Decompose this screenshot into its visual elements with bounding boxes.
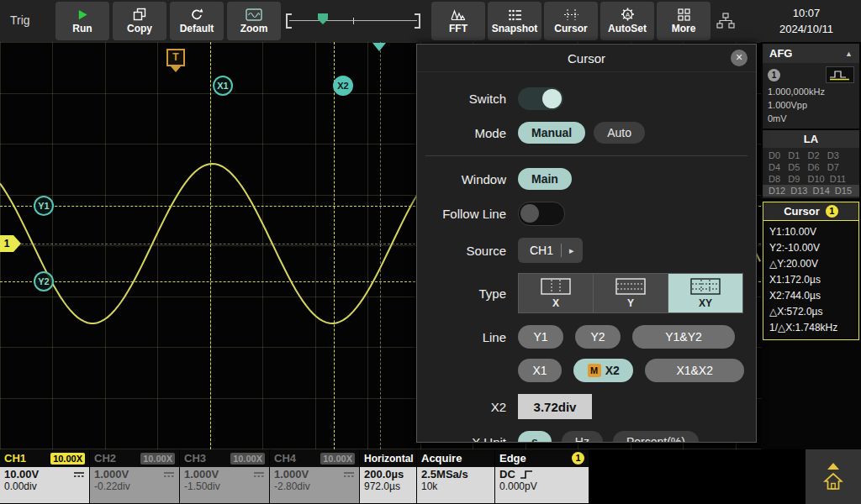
readout-x1: X1:172.0µs: [769, 272, 853, 288]
x-unit-percent-button[interactable]: Percent(%): [613, 431, 699, 443]
ch3-box[interactable]: CH3 10.00X 1.000V -1.50div: [180, 449, 269, 503]
cursor-dialog: Cursor × Switch Mode Manual Auto Window …: [416, 44, 757, 443]
cursor-x1-line[interactable]: [210, 42, 211, 449]
type-x-button[interactable]: X: [519, 274, 593, 312]
type-label: Type: [417, 286, 518, 301]
more-button[interactable]: More: [657, 2, 710, 40]
trigger-tag-letter: T: [172, 51, 178, 63]
cursor-readout-header[interactable]: Cursor 1: [763, 202, 858, 221]
autoset-gear-icon: A: [621, 8, 635, 21]
cursor-x1-handle[interactable]: X1: [213, 76, 233, 96]
ch1-position: 0.00div: [4, 480, 85, 492]
cursor-type-group: X Y XY: [518, 273, 743, 313]
ch4-header: CH4 10.00X: [270, 449, 359, 467]
cursor-x2-handle[interactable]: X2: [333, 76, 353, 96]
readout-delta-y: △Y:20.00V: [769, 256, 853, 272]
run-button[interactable]: Run: [55, 2, 109, 40]
window-main-button[interactable]: Main: [518, 168, 572, 190]
x2-handle-label: X2: [337, 81, 348, 91]
horizontal-box[interactable]: Horizontal 200.0µs 972.0µs: [360, 449, 416, 503]
ch2-box[interactable]: CH2 10.00X 1.000V -0.22div: [90, 449, 179, 503]
trigger-type: Edge: [499, 452, 526, 465]
mode-manual-button[interactable]: Manual: [518, 122, 585, 144]
x2-value-input[interactable]: 3.72div: [518, 394, 592, 419]
trigger-position-marker[interactable]: [318, 13, 328, 19]
line-y1y2-button[interactable]: Y1&Y2: [632, 325, 735, 349]
clock-date: 2024/10/11: [757, 21, 856, 37]
afg-amplitude: 1.000Vpp: [768, 98, 854, 112]
cursor-dialog-titlebar: Cursor ×: [417, 45, 756, 72]
x2-value-label: X2: [417, 400, 518, 414]
readout-y2: Y2:-10.00V: [769, 240, 853, 256]
cursor-y2-handle[interactable]: Y2: [34, 271, 54, 291]
source-select[interactable]: CH1 ▸: [518, 238, 583, 263]
copy-button[interactable]: Copy: [113, 2, 166, 40]
afg-header[interactable]: AFG ▲: [763, 44, 859, 63]
line-x2-button[interactable]: M X2: [573, 359, 633, 382]
ch1-name: CH1: [4, 452, 26, 465]
la-panel[interactable]: LA D0 D1 D2 D3 D4 D5 D6 D7 D8 D9 D10 D11…: [763, 130, 859, 198]
line-x1x2-button[interactable]: X1&X2: [645, 359, 744, 382]
trigger-header: Edge 1: [495, 449, 589, 467]
ch3-dc-coupling-icon: [253, 470, 265, 479]
copy-label: Copy: [127, 23, 152, 34]
default-button[interactable]: Default: [170, 2, 224, 40]
type-xy-button[interactable]: XY: [668, 274, 742, 312]
acquire-box[interactable]: Acquire 2.5MSa/s 10k: [417, 449, 494, 503]
trigger-box[interactable]: Edge 1 DC 0.000pV: [495, 449, 589, 503]
source-divider: [561, 244, 562, 257]
reset-arrow-icon: [190, 8, 203, 21]
switch-row: Switch: [417, 87, 756, 110]
readout-x2: X2:744.0µs: [769, 288, 853, 304]
type-y-button[interactable]: Y: [594, 274, 668, 312]
afg-panel[interactable]: AFG ▲ 1 1.000,000kHz 1.000Vpp 0mV: [763, 44, 859, 129]
afg-collapse-icon[interactable]: ▲: [845, 50, 853, 58]
trigger-marker-tag[interactable]: T: [166, 49, 185, 66]
line-y2-button[interactable]: Y2: [575, 325, 621, 349]
snapshot-button[interactable]: Snapshot: [488, 2, 541, 40]
mode-auto-button[interactable]: Auto: [594, 122, 645, 144]
chevron-up-icon: [827, 463, 839, 470]
ch1-ground-marker[interactable]: 1: [0, 235, 13, 252]
source-value: CH1: [530, 244, 553, 257]
type-y-label: Y: [627, 297, 634, 309]
la-row-d0-d3: D0 D1 D2 D3: [763, 150, 859, 161]
close-icon[interactable]: ×: [731, 50, 747, 66]
afg-frequency: 1.000,000kHz: [768, 85, 854, 98]
autoset-button[interactable]: A AutoSet: [600, 2, 654, 40]
x-unit-s-button[interactable]: s: [518, 431, 552, 443]
ch3-name: CH3: [184, 452, 206, 465]
la-header[interactable]: LA: [763, 130, 859, 148]
copy-icon: [133, 8, 146, 21]
more-label: More: [672, 23, 696, 34]
trigger-source-badge: 1: [572, 452, 584, 465]
cursor-readout-panel[interactable]: Cursor 1 Y1:10.00V Y2:-10.00V △Y:20.00V …: [763, 202, 859, 340]
cursor-x2-line[interactable]: [334, 42, 335, 449]
network-topology-icon[interactable]: [716, 13, 735, 29]
oscilloscope-screen: Trig Run Copy Default Zoom FFT: [0, 0, 861, 504]
cursor-y1-handle[interactable]: Y1: [34, 196, 54, 216]
line-row-1: Line Y1 Y2 Y1&Y2: [417, 325, 756, 349]
y2-handle-label: Y2: [38, 276, 49, 286]
mode-label: Mode: [417, 126, 518, 140]
ch1-header: CH1 10.00X: [0, 449, 89, 467]
rising-edge-icon: [520, 470, 533, 480]
ch1-body: 10.00V 0.00div: [0, 467, 89, 503]
home-button[interactable]: [806, 449, 861, 504]
cursor-button[interactable]: Cursor: [544, 2, 598, 40]
type-y-icon: [615, 278, 646, 295]
line-x1-button[interactable]: X1: [518, 359, 562, 382]
x-unit-hz-button[interactable]: Hz: [562, 431, 603, 443]
ch1-box[interactable]: CH1 10.00X 10.00V 0.00div: [0, 449, 89, 503]
dialog-separator: [425, 155, 747, 156]
trigger-time-marker[interactable]: [372, 43, 386, 51]
line-y1-button[interactable]: Y1: [518, 325, 563, 349]
fft-button[interactable]: FFT: [431, 2, 485, 40]
ch4-box[interactable]: CH4 10.00X 1.000V -2.80div: [270, 449, 359, 503]
cursor-switch-toggle[interactable]: [518, 87, 563, 110]
horizontal-position-ruler[interactable]: [286, 11, 420, 31]
x1-handle-label: X1: [217, 81, 228, 91]
follow-line-toggle[interactable]: [518, 202, 565, 226]
mode-row: Mode Manual Auto: [417, 122, 756, 144]
zoom-button[interactable]: Zoom: [227, 2, 281, 40]
